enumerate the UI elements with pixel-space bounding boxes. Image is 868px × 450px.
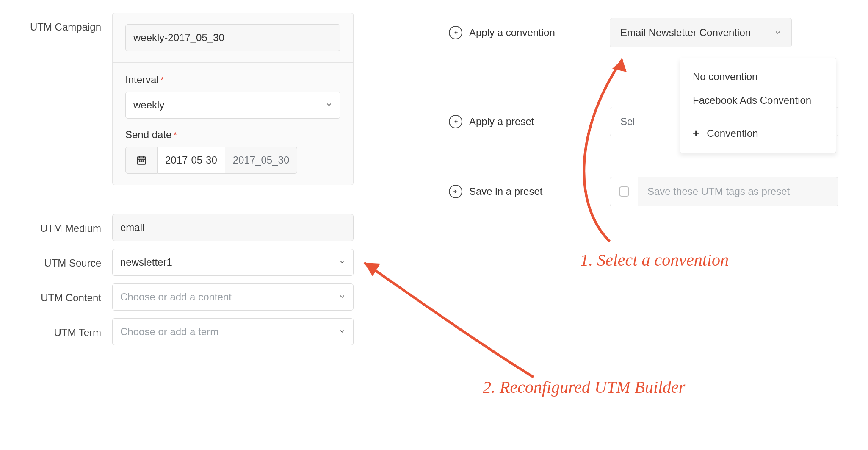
save-preset-input[interactable]: Save these UTM tags as preset: [638, 177, 838, 206]
add-convention-label: Convention: [707, 128, 758, 139]
arrow-right-circle-icon: [449, 185, 462, 198]
plus-icon: +: [693, 127, 699, 140]
apply-convention-label: Apply a convention: [469, 27, 555, 39]
save-preset-label: Save in a preset: [469, 186, 542, 197]
utm-source-label: UTM Source: [11, 249, 112, 276]
required-mark: *: [160, 75, 164, 85]
convention-option-none[interactable]: No convention: [680, 65, 836, 89]
annotation-arrow-2: [351, 250, 546, 386]
convention-settings: Apply a convention Email Newsletter Conv…: [449, 13, 855, 206]
utm-term-label: UTM Term: [11, 318, 112, 345]
utm-campaign-card: weekly-2017_05_30 Interval* weekly Send …: [112, 13, 354, 185]
chevron-down-icon: [326, 100, 332, 110]
utm-content-label: UTM Content: [11, 283, 112, 311]
annotation-step1: 1. Select a convention: [580, 250, 729, 270]
utm-content-select[interactable]: Choose or add a content: [112, 283, 354, 311]
utm-campaign-label: UTM Campaign: [11, 13, 112, 185]
interval-select[interactable]: weekly: [125, 92, 340, 119]
chevron-down-icon: [339, 292, 346, 302]
utm-content-placeholder: Choose or add a content: [120, 291, 232, 303]
send-date-input-group: 2017-05-30 2017_05_30: [125, 147, 340, 174]
utm-term-select[interactable]: Choose or add a term: [112, 318, 354, 345]
svg-marker-8: [364, 263, 380, 276]
convention-dropdown: No convention Facebook Ads Convention + …: [680, 58, 836, 153]
apply-preset-label: Apply a preset: [469, 116, 534, 128]
send-date-value[interactable]: 2017-05-30: [158, 147, 225, 174]
calendar-icon[interactable]: [125, 147, 158, 174]
utm-source-value: newsletter1: [120, 256, 172, 268]
svg-point-5: [141, 161, 142, 161]
convention-option-facebook[interactable]: Facebook Ads Convention: [680, 89, 836, 112]
interval-label: Interval*: [125, 74, 340, 86]
chevron-down-icon: [774, 27, 781, 39]
svg-point-6: [143, 161, 144, 161]
send-date-label: Send date*: [125, 129, 340, 141]
chevron-down-icon: [339, 258, 346, 267]
utm-campaign-value: weekly-2017_05_30: [125, 24, 340, 51]
interval-value: weekly: [133, 99, 164, 111]
utm-term-placeholder: Choose or add a term: [120, 326, 218, 338]
arrow-left-circle-icon: [449, 26, 462, 39]
convention-selected-value: Email Newsletter Convention: [620, 27, 751, 39]
utm-medium-value: email: [112, 214, 354, 241]
annotation-arrow-1: [559, 51, 652, 246]
svg-point-4: [139, 161, 140, 161]
utm-builder-form: UTM Campaign weekly-2017_05_30 Interval*…: [11, 13, 379, 345]
send-date-formatted: 2017_05_30: [225, 147, 297, 174]
arrow-left-circle-icon: [449, 115, 462, 128]
utm-source-select[interactable]: newsletter1: [112, 249, 354, 276]
add-convention-button[interactable]: + Convention: [680, 121, 836, 146]
chevron-down-icon: [339, 327, 346, 337]
required-mark: *: [173, 130, 177, 140]
utm-medium-label: UTM Medium: [11, 214, 112, 241]
convention-select[interactable]: Email Newsletter Convention: [610, 18, 792, 47]
